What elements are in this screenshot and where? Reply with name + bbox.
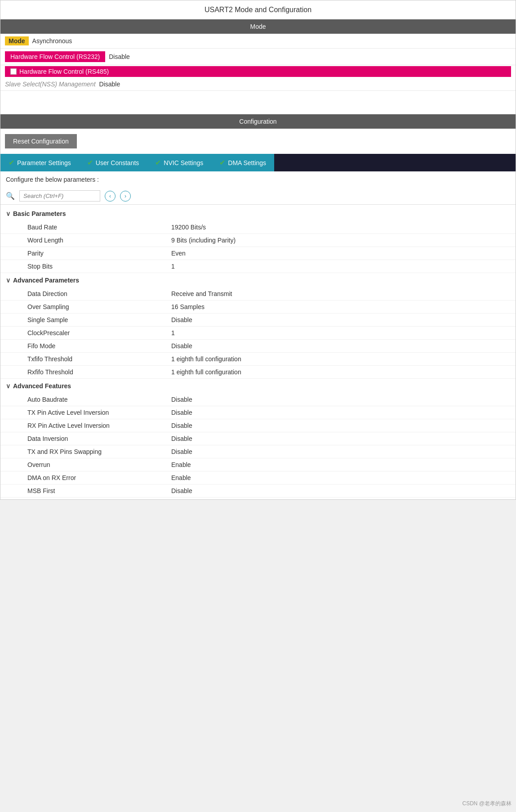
param-auto-baudrate: Auto Baudrate Disable (0, 393, 516, 406)
param-dma-rx-error: DMA on RX Error Enable (0, 471, 516, 485)
group-basic-parameters[interactable]: ∨ Basic Parameters (0, 206, 516, 221)
param-rx-pin-inversion: RX Pin Active Level Inversion Disable (0, 419, 516, 432)
tab-check-icon-2: ✔ (155, 158, 161, 167)
config-section: Configuration Reset Configuration ✔ Para… (0, 114, 516, 499)
config-section-header: Configuration (0, 114, 516, 129)
hw-flow-rs232-value: Disable (109, 53, 130, 60)
param-parity: Parity Even (0, 247, 516, 260)
prev-arrow[interactable]: ‹ (105, 191, 116, 202)
param-word-length: Word Length 9 Bits (including Parity) (0, 234, 516, 247)
tab-check-icon-3: ✔ (219, 158, 225, 167)
search-row: 🔍 ‹ › (0, 188, 516, 205)
hw-flow-rs232-label: Hardware Flow Control (RS232) (5, 51, 105, 62)
tab-dma-settings[interactable]: ✔ DMA Settings (211, 154, 274, 171)
tab-check-icon-0: ✔ (9, 158, 14, 167)
param-data-inversion: Data Inversion Disable (0, 432, 516, 445)
mode-section-header: Mode (0, 19, 516, 34)
mode-label: Mode (5, 36, 29, 45)
divider (0, 91, 516, 98)
hw-flow-rs232-row: Hardware Flow Control (RS232) Disable (0, 49, 516, 65)
param-tx-rx-swap: TX and RX Pins Swapping Disable (0, 445, 516, 458)
param-baud-rate: Baud Rate 19200 Bits/s (0, 221, 516, 234)
watermark: CSDN @老孝的森林 (462, 800, 512, 808)
tab-user-constants[interactable]: ✔ User Constants (79, 154, 147, 171)
param-txfifo-threshold: Txfifo Threshold 1 eighth full configura… (0, 353, 516, 366)
chevron-features: ∨ (6, 382, 10, 390)
param-data-direction: Data Direction Receive and Transmit (0, 287, 516, 301)
hw-flow-rs485-label: Hardware Flow Control (RS485) (5, 66, 511, 77)
next-arrow[interactable]: › (120, 191, 131, 202)
params-container: ∨ Basic Parameters Baud Rate 19200 Bits/… (0, 205, 516, 499)
param-fifo-mode: Fifo Mode Disable (0, 340, 516, 353)
param-clock-prescaler: ClockPrescaler 1 (0, 327, 516, 340)
param-overrun: Overrun Enable (0, 458, 516, 471)
chevron-advanced: ∨ (6, 277, 10, 284)
slave-select-value: Disable (99, 81, 120, 88)
tab-check-icon-1: ✔ (87, 158, 93, 167)
param-tx-pin-inversion: TX Pin Active Level Inversion Disable (0, 406, 516, 419)
group-advanced-parameters[interactable]: ∨ Advanced Parameters (0, 273, 516, 287)
page-title: USART2 Mode and Configuration (0, 0, 516, 19)
tabs-row: ✔ Parameter Settings ✔ User Constants ✔ … (0, 154, 516, 171)
divider2 (0, 98, 516, 105)
search-icon: 🔍 (6, 192, 15, 200)
param-over-sampling: Over Sampling 16 Samples (0, 301, 516, 314)
param-msb-first: MSB First Disable (0, 485, 516, 498)
param-stop-bits: Stop Bits 1 (0, 260, 516, 273)
slave-select-label: Slave Select(NSS) Management (5, 81, 96, 88)
group-advanced-features[interactable]: ∨ Advanced Features (0, 379, 516, 393)
mode-row: Mode Asynchronous (0, 34, 516, 49)
param-single-sample: Single Sample Disable (0, 314, 516, 327)
hw-flow-rs485-row: Hardware Flow Control (RS485) (0, 66, 516, 77)
rs485-checkbox[interactable] (10, 68, 17, 75)
tab-parameter-settings[interactable]: ✔ Parameter Settings (0, 154, 79, 171)
reset-config-button[interactable]: Reset Configuration (5, 134, 77, 148)
tab-nvic-settings[interactable]: ✔ NVIC Settings (147, 154, 211, 171)
mode-value: Asynchronous (32, 37, 72, 45)
slave-select-row: Slave Select(NSS) Management Disable (0, 78, 516, 91)
main-container: USART2 Mode and Configuration Mode Mode … (0, 0, 516, 500)
config-hint: Configure the below parameters : (0, 171, 516, 188)
mode-section: Mode Mode Asynchronous Hardware Flow Con… (0, 19, 516, 91)
param-rxfifo-threshold: Rxfifo Threshold 1 eighth full configura… (0, 366, 516, 379)
chevron-basic: ∨ (6, 210, 10, 217)
search-input[interactable] (19, 190, 100, 202)
